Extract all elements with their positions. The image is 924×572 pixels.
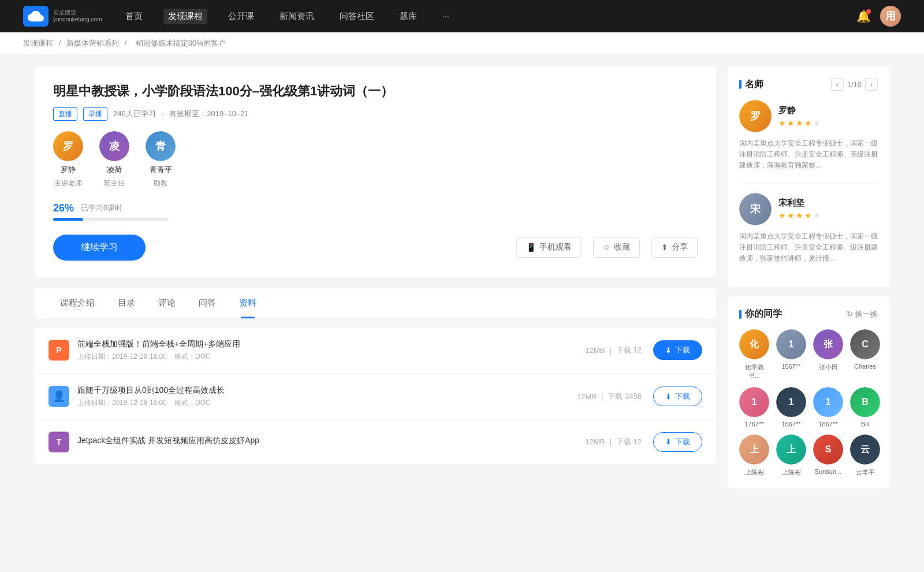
refresh-icon: ↻ xyxy=(847,310,853,318)
valid-until: 有效期至：2019–10–21 xyxy=(169,109,248,119)
classmate-4-avatar: C xyxy=(850,329,880,359)
collect-button[interactable]: ☆ 收藏 xyxy=(593,237,640,258)
pg-prev[interactable]: ‹ xyxy=(831,78,844,91)
breadcrumb-discover[interactable]: 发现课程 xyxy=(23,39,53,47)
teacher-2: 凌 凌荷 班主任 xyxy=(99,131,129,188)
download-label-3: 下载 xyxy=(675,437,690,447)
nav-news[interactable]: 新闻资讯 xyxy=(275,9,319,24)
classmate-2-avatar: 1 xyxy=(776,329,806,359)
teacher-3-role: 助教 xyxy=(154,179,167,188)
teachers-card-header: 名师 ‹ 1/10 › xyxy=(739,78,878,91)
teacher-profile-1-info: 罗静 ★ ★ ★ ★ ★ xyxy=(778,105,878,128)
classmate-11[interactable]: S Sunsun... xyxy=(813,434,843,477)
course-title: 明星中教授课，小学阶段语法100分–强化级第1讲动词（一） xyxy=(53,83,698,101)
pg-next[interactable]: › xyxy=(865,78,878,91)
resource-title-1: 前端全栈加强版！前端全栈+全周期+多端应用 xyxy=(77,339,586,350)
resource-icon-1: P xyxy=(49,340,69,361)
classmate-4[interactable]: C Charles xyxy=(850,329,880,380)
progress-bar-background xyxy=(53,218,169,221)
download-label-2: 下载 xyxy=(675,391,690,402)
nav-qa[interactable]: 问答社区 xyxy=(335,9,379,24)
resource-info-1: 前端全栈加强版！前端全栈+全周期+多端应用 上传日期：2019-12-28 16… xyxy=(77,339,586,362)
tab-resource[interactable]: 资料 xyxy=(228,288,268,318)
share-icon: ⬆ xyxy=(661,243,668,252)
nav-open[interactable]: 公开课 xyxy=(223,9,259,24)
tab-review[interactable]: 评论 xyxy=(147,288,187,318)
continue-button[interactable]: 继续学习 xyxy=(53,235,146,261)
download-button-3[interactable]: ⬇ 下载 xyxy=(653,432,702,452)
teacher-1-role: 主讲老师 xyxy=(54,179,82,188)
sidebar: 名师 ‹ 1/10 › 罗 罗静 ★ ★ xyxy=(728,66,889,497)
share-button[interactable]: ⬆ 分享 xyxy=(651,237,698,258)
download-button-2[interactable]: ⬇ 下载 xyxy=(653,387,702,406)
classmate-6[interactable]: 1 1567** xyxy=(776,387,806,428)
breadcrumb-series[interactable]: 新媒体营销系列 xyxy=(66,39,119,47)
classmate-9-name: 上陈彬 xyxy=(745,468,764,477)
teacher-2-avatar: 凌 xyxy=(99,131,129,161)
classmate-12[interactable]: 云 云丰平 xyxy=(850,434,880,477)
tab-qa[interactable]: 问答 xyxy=(187,288,228,318)
main-column: 明星中教授课，小学阶段语法100分–强化级第1讲动词（一） 直播 录播 246人… xyxy=(35,66,716,497)
classmate-8[interactable]: B Bill xyxy=(850,387,880,428)
classmate-2[interactable]: 1 1567** xyxy=(776,329,806,380)
nav-discover[interactable]: 发现课程 xyxy=(163,9,207,24)
classmate-3-name: 张小田 xyxy=(819,363,838,372)
classmates-card-header: 你的同学 ↻ 换一换 xyxy=(739,308,878,320)
teacher-pagination: ‹ 1/10 › xyxy=(831,78,878,91)
course-card: 明星中教授课，小学阶段语法100分–强化级第1讲动词（一） 直播 录播 246人… xyxy=(35,66,716,277)
classmate-1[interactable]: 化 化学教书... xyxy=(739,329,769,380)
classmate-3[interactable]: 张 张小田 xyxy=(813,329,843,380)
nav-items: 首页 发现课程 公开课 新闻资讯 问答社区 题库 ··· xyxy=(121,9,838,24)
progress-bar-fill xyxy=(53,218,83,221)
notification-dot xyxy=(866,9,871,14)
refresh-button[interactable]: ↻ 换一换 xyxy=(847,309,878,320)
classmate-4-name: Charles xyxy=(854,363,876,370)
logo[interactable]: 云朵课堂 yundouketang.com xyxy=(23,6,102,27)
classmate-5[interactable]: 1 1767** xyxy=(739,387,769,428)
course-meta: 直播 录播 246人已学习 · 有效期至：2019–10–21 xyxy=(53,107,698,121)
nav-right: 🔔 用 xyxy=(856,6,901,27)
download-icon-1: ⬇ xyxy=(665,346,672,355)
nav-more[interactable]: ··· xyxy=(438,9,454,24)
classmate-6-name: 1567** xyxy=(781,421,800,428)
teacher-profile-1-avatar: 罗 xyxy=(739,100,772,132)
refresh-label: 换一换 xyxy=(855,309,878,320)
tab-catalog[interactable]: 目录 xyxy=(106,288,147,318)
user-avatar[interactable]: 用 xyxy=(880,6,901,27)
classmate-10-name: 上陈彬 xyxy=(782,468,801,477)
share-label: 分享 xyxy=(672,242,688,252)
resource-meta-2: 上传日期：2019-12-28 16:00 格式：DOC xyxy=(77,398,577,408)
download-label-1: 下载 xyxy=(675,345,690,355)
teachers-list: 罗 罗静 主讲老师 凌 凌荷 班主任 青 青青平 xyxy=(53,131,698,188)
tab-intro[interactable]: 课程介绍 xyxy=(49,288,106,318)
teachers-card: 名师 ‹ 1/10 › 罗 罗静 ★ ★ xyxy=(728,66,889,287)
pg-current: 1/10 xyxy=(847,80,862,89)
classmate-11-name: Sunsun... xyxy=(815,468,841,475)
classmate-7[interactable]: 1 1867** xyxy=(813,387,843,428)
teacher-1-avatar: 罗 xyxy=(53,131,83,161)
classmate-11-avatar: S xyxy=(813,434,843,465)
badge-record: 录播 xyxy=(83,107,107,121)
mobile-watch-button[interactable]: 📱 手机观看 xyxy=(516,237,582,258)
resource-info-2: 跟随千万级项目从0到100全过程高效成长 上传日期：2019-12-28 16:… xyxy=(77,385,577,408)
action-buttons: 📱 手机观看 ☆ 收藏 ⬆ 分享 xyxy=(516,237,698,258)
classmate-9[interactable]: 上 上陈彬 xyxy=(739,434,769,477)
classmate-8-name: Bill xyxy=(861,421,870,428)
nav-quiz[interactable]: 题库 xyxy=(395,9,422,24)
teacher-profile-1-desc: 国内某重点大学安全工程专业硕士，国家一级注册消防工程师、注册安全工程师、高级注册… xyxy=(739,138,878,172)
teacher-2-role: 班主任 xyxy=(104,179,125,188)
nav-home[interactable]: 首页 xyxy=(121,9,147,24)
tabs-list: 课程介绍 目录 评论 问答 资料 xyxy=(49,288,702,318)
logo-icon xyxy=(23,6,49,27)
classmate-10[interactable]: 上 上陈彬 xyxy=(776,434,806,477)
resource-meta-1: 上传日期：2019-12-28 16:00 格式：DOC xyxy=(77,352,586,362)
classmate-1-name: 化学教书... xyxy=(739,363,769,380)
download-button-1[interactable]: ⬇ 下载 xyxy=(653,340,702,360)
teacher-profile-2-name: 宋利坚 xyxy=(778,198,878,209)
classmates-grid: 化 化学教书... 1 1567** 张 张小田 xyxy=(739,329,878,477)
notification-bell[interactable]: 🔔 xyxy=(856,9,871,23)
classmate-7-name: 1867** xyxy=(818,421,837,428)
download-icon-3: ⬇ xyxy=(665,437,672,446)
mobile-icon: 📱 xyxy=(526,243,536,252)
progress-label: 已学习0课时 xyxy=(81,203,122,213)
